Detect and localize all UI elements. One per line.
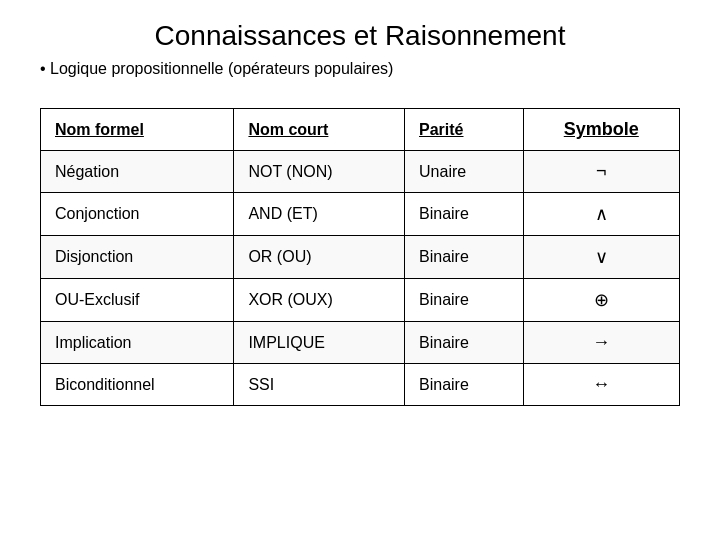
col-header-parite: Parité bbox=[405, 109, 524, 151]
cell-nom-court: AND (ET) bbox=[234, 193, 405, 236]
cell-nom-formel: Disjonction bbox=[41, 236, 234, 279]
page-title: Connaissances et Raisonnement bbox=[155, 20, 566, 52]
cell-parite: Unaire bbox=[405, 151, 524, 193]
cell-nom-court: IMPLIQUE bbox=[234, 322, 405, 364]
table-row: ConjonctionAND (ET)Binaire∧ bbox=[41, 193, 680, 236]
cell-symbole: ¬ bbox=[523, 151, 679, 193]
cell-parite: Binaire bbox=[405, 364, 524, 406]
cell-parite: Binaire bbox=[405, 322, 524, 364]
cell-parite: Binaire bbox=[405, 236, 524, 279]
col-header-nom-court: Nom court bbox=[234, 109, 405, 151]
subtitle-text: Logique propositionnelle (opérateurs pop… bbox=[50, 60, 393, 77]
subtitle: • Logique propositionnelle (opérateurs p… bbox=[40, 60, 680, 78]
cell-nom-formel: Implication bbox=[41, 322, 234, 364]
cell-parite: Binaire bbox=[405, 193, 524, 236]
table-row: NégationNOT (NON)Unaire¬ bbox=[41, 151, 680, 193]
cell-symbole: ∧ bbox=[523, 193, 679, 236]
cell-parite: Binaire bbox=[405, 279, 524, 322]
cell-nom-court: OR (OU) bbox=[234, 236, 405, 279]
cell-nom-formel: Conjonction bbox=[41, 193, 234, 236]
table-header-row: Nom formel Nom court Parité Symbole bbox=[41, 109, 680, 151]
col-header-symbole: Symbole bbox=[523, 109, 679, 151]
table-row: DisjonctionOR (OU)Binaire∨ bbox=[41, 236, 680, 279]
logic-table: Nom formel Nom court Parité Symbole Néga… bbox=[40, 108, 680, 406]
cell-symbole: ⊕ bbox=[523, 279, 679, 322]
cell-nom-court: NOT (NON) bbox=[234, 151, 405, 193]
table-row: ImplicationIMPLIQUEBinaire→ bbox=[41, 322, 680, 364]
cell-nom-court: SSI bbox=[234, 364, 405, 406]
table-row: OU-ExclusifXOR (OUX)Binaire⊕ bbox=[41, 279, 680, 322]
cell-nom-court: XOR (OUX) bbox=[234, 279, 405, 322]
cell-nom-formel: OU-Exclusif bbox=[41, 279, 234, 322]
table-row: BiconditionnelSSIBinaire↔ bbox=[41, 364, 680, 406]
cell-nom-formel: Biconditionnel bbox=[41, 364, 234, 406]
cell-nom-formel: Négation bbox=[41, 151, 234, 193]
cell-symbole: ∨ bbox=[523, 236, 679, 279]
col-header-nom-formel: Nom formel bbox=[41, 109, 234, 151]
cell-symbole: ↔ bbox=[523, 364, 679, 406]
cell-symbole: → bbox=[523, 322, 679, 364]
logic-table-container: Nom formel Nom court Parité Symbole Néga… bbox=[40, 108, 680, 406]
